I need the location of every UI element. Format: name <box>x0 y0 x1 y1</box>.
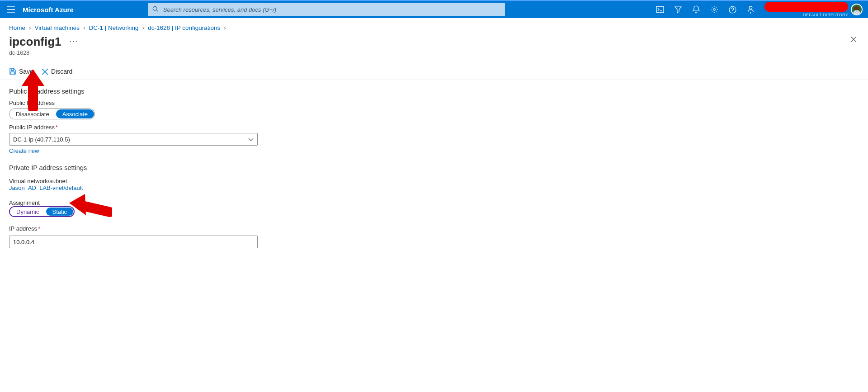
public-ip-toggle: Disassociate Associate <box>9 109 95 119</box>
svg-point-3 <box>729 6 736 13</box>
public-ip-toggle-label: Public IP address <box>9 99 271 106</box>
content-scroll[interactable]: Public IP address settings Public IP add… <box>0 77 868 392</box>
search-icon <box>152 6 159 14</box>
content: Public IP address settings Public IP add… <box>0 77 280 266</box>
create-new-link[interactable]: Create new <box>9 147 39 154</box>
svg-point-0 <box>153 6 157 10</box>
search-box[interactable] <box>148 3 505 16</box>
public-ip-dropdown-label: Public IP address* <box>9 124 271 131</box>
notifications-icon[interactable] <box>688 0 705 19</box>
save-icon <box>9 68 16 75</box>
chevron-right-icon: › <box>224 24 226 31</box>
page-header: ipconfig1 ··· dc-1628 <box>0 34 868 60</box>
discard-button[interactable]: Discard <box>42 68 72 75</box>
public-ip-dropdown-label-text: Public IP address <box>9 124 55 131</box>
chevron-right-icon: › <box>83 24 85 31</box>
public-ip-dropdown[interactable]: DC-1-ip (40.77.110.5) <box>9 133 258 146</box>
avatar[interactable] <box>851 4 863 15</box>
chevron-right-icon: › <box>29 24 31 31</box>
page-subtitle: dc-1628 <box>9 50 859 56</box>
filter-icon[interactable] <box>670 0 687 19</box>
ip-address-label: IP address* <box>9 225 271 232</box>
public-ip-section-title: Public IP address settings <box>9 88 271 95</box>
private-ip-section-title: Private IP address settings <box>9 164 271 171</box>
search-wrap <box>148 3 505 16</box>
disassociate-option[interactable]: Disassociate <box>9 109 56 119</box>
associate-option[interactable]: Associate <box>56 109 94 118</box>
dynamic-option[interactable]: Dynamic <box>10 207 46 216</box>
brand-label[interactable]: Microsoft Azure <box>23 6 74 14</box>
crumb-dc1-net[interactable]: DC-1 | Networking <box>89 24 139 31</box>
crumb-ipconfig[interactable]: dc-1628 | IP configurations <box>148 24 220 31</box>
search-input[interactable] <box>162 6 500 14</box>
chevron-down-icon <box>248 136 254 143</box>
discard-label: Discard <box>51 68 72 75</box>
feedback-icon[interactable] <box>742 0 759 19</box>
breadcrumb: Home› Virtual machines› DC-1 | Networkin… <box>0 18 868 34</box>
required-star: * <box>38 225 40 232</box>
page-title: ipconfig1 <box>9 35 61 49</box>
chevron-right-icon: › <box>142 24 145 31</box>
static-option[interactable]: Static <box>46 208 74 216</box>
top-icons: DEFAULT DIRECTORY <box>651 0 863 19</box>
directory-label: DEFAULT DIRECTORY <box>803 13 848 17</box>
ip-address-input[interactable] <box>9 236 258 248</box>
save-label: Save <box>19 68 33 75</box>
svg-rect-1 <box>656 6 664 13</box>
discard-icon <box>42 68 48 75</box>
vnet-subnet-label: Virtual network/subnet <box>9 178 271 184</box>
assignment-label: Assignment <box>9 199 271 206</box>
required-star: * <box>56 124 58 131</box>
top-bar: Microsoft Azure DEFAULT DIREC <box>0 0 868 18</box>
settings-icon[interactable] <box>706 0 723 19</box>
svg-point-4 <box>749 6 752 9</box>
account-block[interactable]: DEFAULT DIRECTORY <box>762 0 848 19</box>
cloud-shell-icon[interactable] <box>651 0 669 19</box>
save-button[interactable]: Save <box>9 68 33 75</box>
svg-point-2 <box>713 9 715 10</box>
more-icon[interactable]: ··· <box>69 37 79 46</box>
vnet-subnet-link[interactable]: Jason_AD_LAB-vnet/default <box>9 184 83 191</box>
close-icon[interactable] <box>850 36 857 44</box>
crumb-home[interactable]: Home <box>9 24 25 31</box>
account-redacted <box>764 2 848 12</box>
public-ip-dropdown-value: DC-1-ip (40.77.110.5) <box>13 136 70 143</box>
crumb-vms[interactable]: Virtual machines <box>35 24 80 31</box>
menu-icon[interactable] <box>5 4 16 15</box>
ip-address-label-text: IP address <box>9 225 37 232</box>
assignment-toggle: Dynamic Static <box>9 206 75 217</box>
help-icon[interactable] <box>724 0 741 19</box>
